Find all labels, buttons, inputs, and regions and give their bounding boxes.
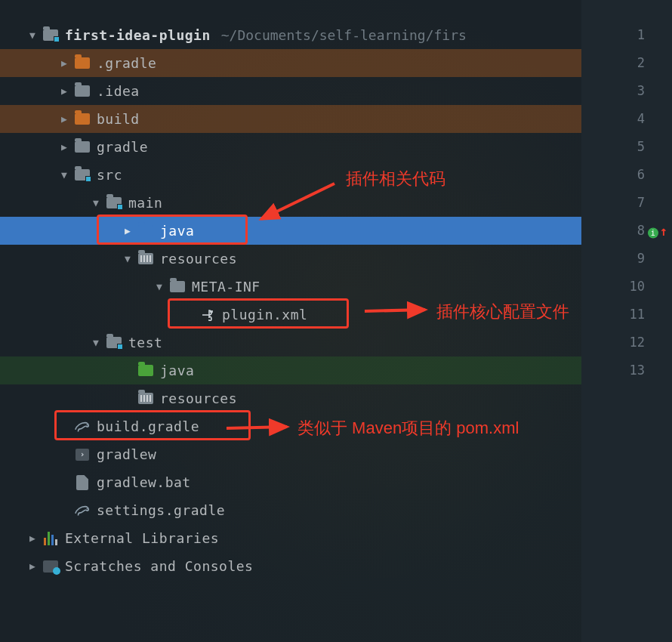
line-number[interactable]: 7 <box>581 189 672 217</box>
tree-item-gradle-folder[interactable]: ▶ gradle <box>0 133 581 161</box>
module-folder-icon <box>106 335 122 351</box>
tree-label: gradlew <box>97 446 156 462</box>
project-path: ~/Documents/self-learning/firs <box>221 27 467 43</box>
tree-label: build.gradle <box>97 418 199 434</box>
tree-label: test <box>128 335 162 350</box>
chevron-right-icon[interactable]: ▶ <box>59 57 69 69</box>
folder-icon <box>74 55 91 72</box>
chevron-right-icon[interactable]: ▶ <box>122 225 133 236</box>
project-panel: ▼ first-idea-plugin ~/Documents/self-lea… <box>0 0 672 642</box>
chevron-down-icon[interactable]: ▼ <box>154 281 165 292</box>
tree-label: build <box>97 111 140 127</box>
chevron-down-icon[interactable]: ▼ <box>59 169 69 181</box>
chevron-down-icon[interactable]: ▼ <box>91 197 101 208</box>
line-number[interactable]: 9 <box>581 245 672 273</box>
tree-label: External Libraries <box>65 530 219 546</box>
tree-item-test-java[interactable]: java <box>0 356 581 384</box>
chevron-right-icon[interactable]: ▶ <box>59 85 69 97</box>
tree-label: Scratches and Consoles <box>65 558 253 574</box>
tree-item-main[interactable]: ▼ main <box>0 189 581 217</box>
tree-label: gradle <box>97 139 148 155</box>
folder-icon <box>74 139 91 156</box>
editor-gutter: 1 2 3 4 5 6 7 8 i↑ 9 10 11 12 13 <box>581 0 672 642</box>
svg-point-0 <box>87 424 88 426</box>
line-number[interactable]: 8 i↑ <box>581 217 672 245</box>
terminal-icon: › <box>74 446 91 463</box>
line-number[interactable]: 11 <box>581 301 672 329</box>
module-folder-icon <box>74 167 91 184</box>
line-number[interactable]: 3 <box>581 77 672 105</box>
gradle-icon <box>74 421 91 433</box>
library-icon <box>42 530 59 547</box>
tree-label: plugin.xml <box>222 307 307 323</box>
tree-item-test[interactable]: ▼ test <box>0 329 581 356</box>
module-folder-icon <box>106 195 122 211</box>
chevron-right-icon[interactable]: ▶ <box>27 532 38 544</box>
chevron-down-icon[interactable]: ▼ <box>91 337 101 348</box>
tree-label: resources <box>160 251 237 267</box>
tree-item-gradle-dir[interactable]: ▶ .gradle <box>0 49 581 77</box>
folder-icon <box>74 111 91 128</box>
tree-label: META-INF <box>192 279 260 295</box>
tree-item-external-libs[interactable]: ▶ External Libraries <box>0 524 581 552</box>
file-icon <box>74 474 91 491</box>
folder-icon <box>169 279 186 295</box>
resources-folder-icon <box>137 251 154 267</box>
svg-point-1 <box>87 508 88 510</box>
tree-label: java <box>160 363 194 378</box>
tree-label: resources <box>160 390 237 406</box>
tree-item-build-gradle[interactable]: build.gradle <box>0 412 581 440</box>
tree-label: main <box>128 195 162 211</box>
tree-item-scratches[interactable]: ▶ Scratches and Consoles <box>0 552 581 580</box>
chevron-right-icon[interactable]: ▶ <box>59 141 69 153</box>
tree-label: src <box>97 167 122 183</box>
line-number[interactable]: 10 <box>581 273 672 301</box>
scratch-icon <box>42 558 59 575</box>
source-folder-icon <box>137 223 154 239</box>
line-number[interactable]: 1 <box>581 21 672 49</box>
line-number[interactable]: 12 <box>581 329 672 356</box>
chevron-right-icon[interactable]: ▶ <box>27 560 38 572</box>
chevron-down-icon[interactable]: ▼ <box>27 29 38 41</box>
tree-item-resources[interactable]: ▼ resources <box>0 245 581 273</box>
tree-label: gradlew.bat <box>97 474 191 490</box>
tree-item-gradlew[interactable]: › gradlew <box>0 440 581 468</box>
tree-item-idea-dir[interactable]: ▶ .idea <box>0 77 581 105</box>
tree-root[interactable]: ▼ first-idea-plugin ~/Documents/self-lea… <box>0 21 581 49</box>
folder-icon <box>74 83 91 100</box>
project-name: first-idea-plugin <box>65 27 211 43</box>
resources-folder-icon <box>137 390 154 407</box>
tree-label: .idea <box>97 83 140 99</box>
gutter-marker-icon[interactable]: i↑ <box>648 217 667 245</box>
tree-item-settings-gradle[interactable]: settings.gradle <box>0 496 581 524</box>
tree-item-java[interactable]: ▶ java <box>0 217 581 245</box>
chevron-right-icon[interactable]: ▶ <box>59 113 69 125</box>
tree-item-gradlew-bat[interactable]: gradlew.bat <box>0 468 581 496</box>
tree-label: java <box>160 223 194 239</box>
plugin-icon <box>201 309 216 321</box>
line-number[interactable]: 13 <box>581 356 672 384</box>
tree-item-build-dir[interactable]: ▶ build <box>0 105 581 133</box>
line-number[interactable]: 4 <box>581 105 672 133</box>
line-number[interactable]: 2 <box>581 49 672 77</box>
project-folder-icon <box>42 27 59 44</box>
tree-item-plugin-xml[interactable]: plugin.xml <box>0 301 581 329</box>
tree-label: .gradle <box>97 55 156 71</box>
line-number[interactable]: 5 <box>581 133 672 161</box>
gradle-icon <box>74 505 91 517</box>
chevron-down-icon[interactable]: ▼ <box>122 253 133 264</box>
tree-item-test-resources[interactable]: resources <box>0 384 581 412</box>
tree-item-src[interactable]: ▼ src <box>0 161 581 189</box>
project-tree[interactable]: ▼ first-idea-plugin ~/Documents/self-lea… <box>0 0 581 642</box>
tree-label: settings.gradle <box>97 502 225 518</box>
line-number[interactable]: 6 <box>581 161 672 189</box>
tree-item-meta-inf[interactable]: ▼ META-INF <box>0 273 581 301</box>
test-folder-icon <box>137 363 154 379</box>
